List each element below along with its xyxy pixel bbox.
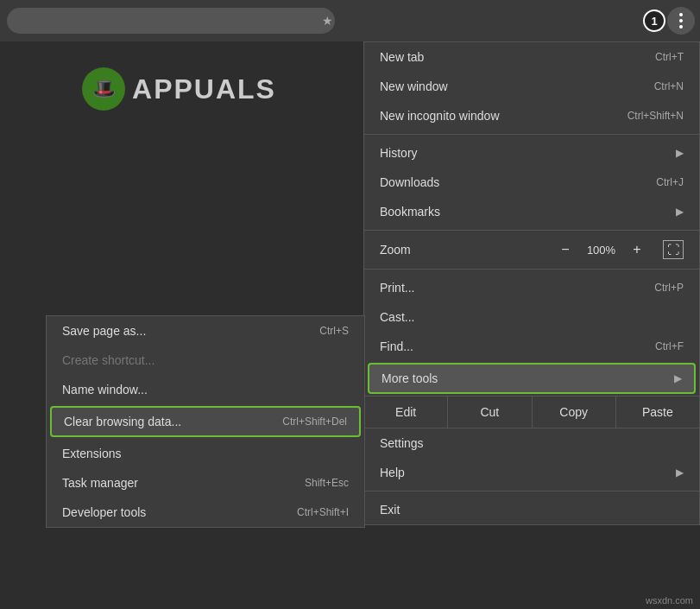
sub-menu-more-tools: Save page as... Ctrl+S Create shortcut..…	[46, 315, 365, 528]
logo-icon: 🎩	[82, 67, 125, 111]
address-bar[interactable]	[7, 8, 335, 34]
zoom-fullscreen-button[interactable]: ⛶	[663, 240, 684, 259]
menu-item-new-tab[interactable]: New tab Ctrl+T	[364, 42, 699, 72]
menu-item-more-tools[interactable]: More tools ▶	[368, 363, 696, 394]
separator-3	[364, 269, 699, 270]
edit-row: Edit Cut Copy Paste	[364, 396, 699, 428]
zoom-minus-button[interactable]: −	[555, 239, 576, 260]
menu-item-exit[interactable]: Exit	[364, 495, 699, 524]
browser-bar: ★	[0, 0, 700, 41]
sub-menu-create-shortcut[interactable]: Create shortcut...	[47, 346, 364, 375]
cut-button[interactable]: Cut	[448, 396, 532, 428]
sub-menu-name-window[interactable]: Name window...	[47, 375, 364, 404]
annotation-circle-1: 1	[643, 10, 665, 32]
bookmark-star-icon[interactable]: ★	[315, 9, 339, 33]
zoom-controls: − 100% + ⛶	[555, 239, 684, 260]
paste-button[interactable]: Paste	[616, 396, 699, 428]
watermark: wsxdn.com	[646, 595, 693, 606]
menu-item-settings[interactable]: Settings	[364, 428, 699, 458]
appuals-logo: 🎩 APPUALS	[82, 67, 276, 111]
copy-button[interactable]: Copy	[533, 396, 616, 428]
menu-item-history[interactable]: History ▶	[364, 138, 699, 168]
separator-4	[364, 491, 699, 492]
menu-item-new-window[interactable]: New window Ctrl+N	[364, 72, 699, 101]
three-dots-button[interactable]	[667, 7, 695, 35]
menu-item-help[interactable]: Help ▶	[364, 458, 699, 487]
logo-text: APPUALS	[132, 73, 276, 105]
edit-button[interactable]: Edit	[364, 396, 448, 428]
separator-1	[364, 134, 699, 135]
main-menu: New tab Ctrl+T New window Ctrl+N New inc…	[363, 41, 700, 525]
zoom-plus-button[interactable]: +	[627, 239, 647, 260]
sub-menu-extensions[interactable]: Extensions	[47, 439, 364, 468]
three-dots-icon	[679, 13, 683, 29]
menu-item-new-incognito[interactable]: New incognito window Ctrl+Shift+N	[364, 101, 699, 130]
menu-item-downloads[interactable]: Downloads Ctrl+J	[364, 168, 699, 197]
menu-item-bookmarks[interactable]: Bookmarks ▶	[364, 197, 699, 226]
zoom-percent: 100%	[586, 244, 616, 257]
menu-item-cast[interactable]: Cast...	[364, 302, 699, 332]
sub-menu-save-page[interactable]: Save page as... Ctrl+S	[47, 316, 364, 346]
zoom-row: Zoom − 100% + ⛶	[364, 234, 699, 265]
sub-menu-clear-browsing[interactable]: Clear browsing data... Ctrl+Shift+Del	[50, 406, 361, 437]
sub-menu-developer-tools[interactable]: Developer tools Ctrl+Shift+I	[47, 498, 364, 527]
sub-menu-task-manager[interactable]: Task manager Shift+Esc	[47, 468, 364, 498]
menu-item-find[interactable]: Find... Ctrl+F	[364, 332, 699, 361]
separator-2	[364, 230, 699, 231]
menu-item-print[interactable]: Print... Ctrl+P	[364, 273, 699, 302]
